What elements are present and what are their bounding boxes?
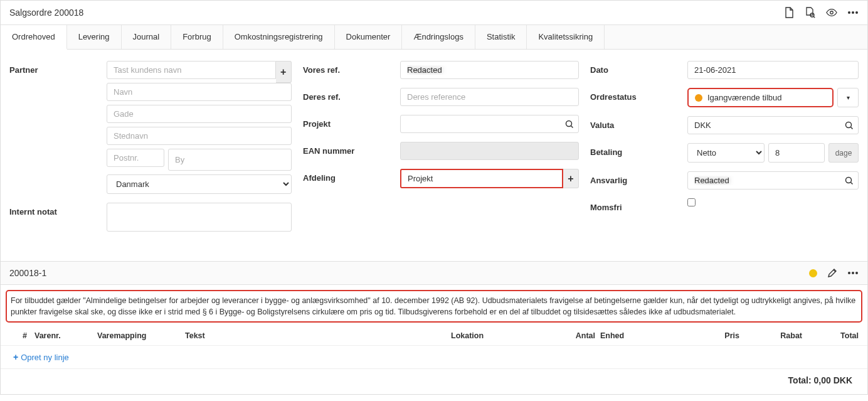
ean-label: EAN nummer <box>303 142 400 156</box>
tab-kvalitetssikring[interactable]: Kvalitetssikring <box>527 25 605 49</box>
navn-input[interactable] <box>107 83 292 101</box>
momsfri-checkbox[interactable] <box>687 198 696 206</box>
tab-aendringslogs[interactable]: Ændringslogs <box>402 25 475 49</box>
ordrestatus-text: Igangværende tilbud <box>707 93 782 102</box>
betaling-label: Betaling <box>590 143 687 157</box>
betaling-unit: dage <box>828 143 859 163</box>
betaling-select[interactable]: Netto <box>687 143 765 163</box>
document-icon[interactable] <box>783 7 795 18</box>
svg-point-1 <box>830 11 834 14</box>
partner-input[interactable] <box>107 61 276 79</box>
tab-dokumenter[interactable]: Dokumenter <box>335 25 403 49</box>
vores-ref-input[interactable] <box>400 61 579 79</box>
svg-point-9 <box>852 272 854 274</box>
partner-label: Partner <box>9 61 107 75</box>
lines-total: Total: 0,00 DKK <box>1 369 867 394</box>
postnr-input[interactable] <box>107 149 164 167</box>
country-select[interactable]: Danmark <box>107 174 292 194</box>
ansvarlig-input[interactable] <box>687 171 859 190</box>
ordrestatus-value[interactable]: Igangværende tilbud <box>687 88 834 107</box>
table-header: # Varenr. Varemapping Tekst Lokation Ant… <box>1 328 867 346</box>
afdeling-label: Afdeling <box>303 169 400 183</box>
col-antal: Antal <box>558 331 595 340</box>
tabs: Ordrehoved Levering Journal Forbrug Omko… <box>1 25 867 50</box>
col-tekst: Tekst <box>185 331 451 340</box>
gade-input[interactable] <box>107 105 292 123</box>
tab-statistik[interactable]: Statistik <box>475 25 527 49</box>
tab-levering[interactable]: Levering <box>67 25 122 49</box>
page-title: Salgsordre 200018 <box>9 8 783 18</box>
projekt-input[interactable] <box>400 115 579 133</box>
vores-ref-label: Vores ref. <box>303 61 400 75</box>
status-dot-icon <box>809 269 817 277</box>
momsfri-label: Momsfri <box>590 198 687 212</box>
document-search-icon[interactable] <box>805 7 816 18</box>
dato-label: Dato <box>590 61 687 75</box>
partner-add-button[interactable]: + <box>276 61 292 83</box>
valuta-label: Valuta <box>590 116 687 130</box>
svg-point-2 <box>848 11 850 14</box>
tab-journal[interactable]: Journal <box>122 25 172 49</box>
col-varenr: Varenr. <box>34 331 97 340</box>
tab-omkostningsregistrering[interactable]: Omkostningsregistrering <box>223 25 335 49</box>
svg-point-3 <box>852 11 854 14</box>
internt-notat-input[interactable] <box>107 203 292 232</box>
betaling-days-input[interactable] <box>768 143 825 163</box>
afdeling-add-button[interactable]: + <box>563 169 579 188</box>
tab-ordrehoved[interactable]: Ordrehoved <box>1 25 67 50</box>
new-line-label: Opret ny linje <box>21 353 69 362</box>
ordrestatus-label: Ordrestatus <box>590 88 687 102</box>
stednavn-input[interactable] <box>107 127 292 145</box>
svg-point-8 <box>848 272 850 274</box>
svg-point-4 <box>855 11 858 14</box>
afdeling-input[interactable] <box>400 169 563 188</box>
more-icon[interactable] <box>847 7 859 18</box>
new-line-button[interactable]: + Opret ny linje <box>1 346 867 369</box>
eye-icon[interactable] <box>826 7 837 18</box>
ansvarlig-label: Ansvarlig <box>590 171 687 185</box>
more-icon[interactable] <box>847 271 859 275</box>
col-hash: # <box>9 331 34 340</box>
status-dot-icon <box>695 94 702 102</box>
by-input[interactable] <box>168 149 292 171</box>
edit-icon[interactable] <box>827 268 837 278</box>
lines-header: 200018-1 <box>1 261 867 285</box>
tab-forbrug[interactable]: Forbrug <box>171 25 223 49</box>
plus-icon: + <box>13 352 18 362</box>
valuta-input[interactable] <box>687 116 859 134</box>
ordrestatus-dropdown[interactable]: ▾ <box>837 88 859 107</box>
col-enhed: Enhed <box>595 331 639 340</box>
ean-input <box>400 142 579 160</box>
dato-input[interactable] <box>687 61 859 79</box>
col-pris: Pris <box>639 331 739 340</box>
col-lokation: Lokation <box>451 331 558 340</box>
deres-ref-label: Deres ref. <box>303 88 400 102</box>
internt-notat-label: Internt notat <box>9 203 107 217</box>
lines-note: For tilbuddet gælder "Almindelige beting… <box>6 290 862 323</box>
col-rabat: Rabat <box>739 331 802 340</box>
page-header: Salgsordre 200018 <box>1 1 867 25</box>
col-total: Total <box>802 331 859 340</box>
projekt-label: Projekt <box>303 115 400 129</box>
deres-ref-input[interactable] <box>400 88 579 106</box>
svg-point-10 <box>855 272 858 274</box>
lines-title: 200018-1 <box>9 268 809 278</box>
col-varemapping: Varemapping <box>97 331 185 340</box>
